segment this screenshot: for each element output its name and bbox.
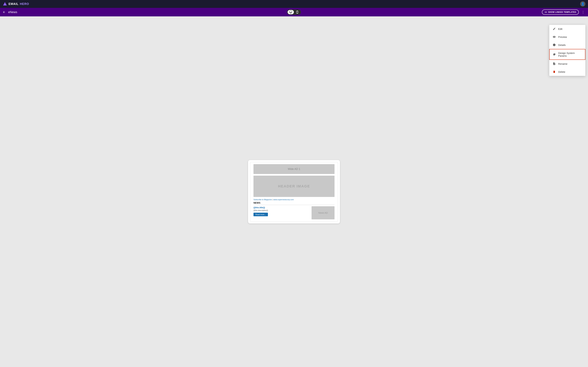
rename-label: Rename: [558, 62, 568, 65]
brand-hero-text: HERO: [20, 2, 29, 6]
subscribe-link[interactable]: Subscribe to Magazine: [253, 199, 272, 200]
news-ad-block: News AD: [311, 206, 335, 219]
header-image-block: HEADER IMAGE: [253, 176, 335, 197]
read-more-button[interactable]: Read more...: [253, 213, 268, 216]
website-link[interactable]: www.supernewscorp.com: [273, 199, 294, 200]
back-arrow-icon: [3, 11, 6, 14]
show-linked-templates-label: SHOW LINKED TEMPLATES: [548, 11, 576, 13]
preview-icon: [553, 35, 556, 39]
news-title-template: {{this.title}}: [253, 206, 310, 209]
main-content-area: Wide AD 1 HEADER IMAGE Subscribe to Maga…: [0, 17, 588, 367]
mobile-view-toggle[interactable]: [294, 10, 300, 14]
user-avatar[interactable]: 👤: [580, 1, 585, 7]
news-text-column: {{this.title}} {{this.description}} Read…: [253, 206, 310, 219]
brand-icon: [3, 2, 7, 6]
sub-header: eNews SHOW LINKED TEMPLATES ⋮: [0, 8, 588, 17]
desktop-view-toggle[interactable]: [288, 10, 294, 14]
menu-item-design-system-params[interactable]: Design System Params: [549, 49, 585, 60]
menu-item-details[interactable]: Details: [549, 41, 585, 49]
back-button[interactable]: eNews: [3, 10, 17, 14]
design-system-params-label: Design System Params: [558, 52, 582, 57]
email-preview-outer: Wide AD 1 HEADER IMAGE Subscribe to Maga…: [248, 160, 340, 224]
brand-logo-area: EMAILHERO: [3, 2, 29, 6]
top-nav: EMAILHERO 👤: [0, 0, 588, 8]
mobile-icon: [296, 11, 299, 14]
wide-ad-block: Wide AD 1: [253, 164, 335, 174]
menu-item-edit[interactable]: Edit: [549, 25, 585, 33]
link-icon: [545, 11, 547, 13]
brand-email-text: EMAIL: [9, 2, 18, 6]
news-label: NEWS: [253, 201, 335, 205]
design-system-params-icon: [553, 53, 556, 56]
delete-label: Delete: [558, 70, 565, 73]
links-row: Subscribe to Magazine | www.supernewscor…: [250, 199, 338, 201]
show-linked-templates-button[interactable]: SHOW LINKED TEMPLATES: [542, 9, 579, 15]
delete-icon: [553, 70, 556, 73]
more-options-button[interactable]: ⋮: [581, 9, 585, 15]
news-section: NEWS {{this.title}} {{this.description}}…: [250, 201, 338, 221]
edit-icon: [553, 27, 556, 31]
view-toggle-group: [287, 9, 301, 15]
menu-item-delete[interactable]: Delete: [549, 68, 585, 76]
rename-icon: [553, 62, 556, 65]
menu-item-rename[interactable]: Rename: [549, 60, 585, 68]
details-icon: [553, 43, 556, 47]
dropdown-menu: Edit Preview Details Design System Param…: [549, 25, 585, 76]
desktop-icon: [289, 11, 292, 14]
details-label: Details: [558, 44, 566, 46]
news-content-row: {{this.title}} {{this.description}} Read…: [253, 206, 335, 221]
page-title: eNews: [8, 10, 17, 14]
news-description-template: {{this.description}}: [253, 209, 310, 211]
menu-item-preview[interactable]: Preview: [549, 33, 585, 41]
header-right-actions: SHOW LINKED TEMPLATES ⋮: [542, 9, 585, 15]
preview-label: Preview: [558, 35, 567, 38]
email-preview-inner: Wide AD 1 HEADER IMAGE Subscribe to Maga…: [250, 162, 338, 222]
edit-label: Edit: [558, 27, 562, 30]
